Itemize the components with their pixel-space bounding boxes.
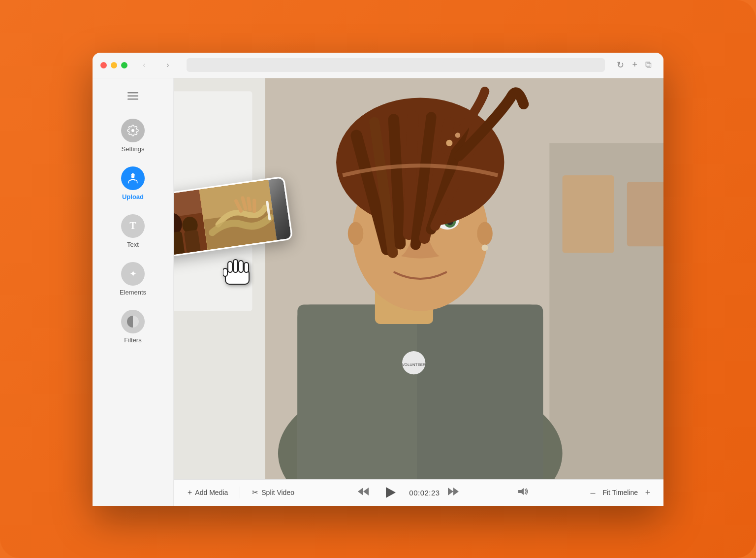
svg-rect-54 — [228, 262, 232, 272]
controls-divider — [240, 487, 240, 498]
filters-half-circle-icon — [127, 316, 139, 328]
svg-rect-10 — [563, 175, 614, 253]
split-video-label: Split Video — [261, 489, 294, 496]
svg-rect-55 — [233, 260, 238, 272]
svg-rect-2 — [127, 98, 138, 100]
zoom-in-button[interactable]: + — [642, 487, 654, 498]
app-window: ‹ › ↻ + ⧉ — [93, 53, 663, 506]
sidebar-item-filters[interactable]: Filters — [108, 305, 158, 349]
svg-rect-16 — [417, 304, 543, 479]
svg-point-42 — [455, 132, 461, 138]
video-area: VOLUNTEER — [174, 78, 663, 506]
main-content: Settings Upload — [93, 78, 663, 506]
settings-icon-circle — [121, 119, 145, 142]
sidebar-item-upload[interactable]: Upload — [108, 162, 158, 205]
forward-button[interactable]: › — [161, 58, 175, 72]
filters-label: Filters — [124, 336, 141, 344]
sidebar-item-elements[interactable]: ✦ Elements — [108, 257, 158, 301]
svg-marker-63 — [518, 488, 524, 495]
traffic-lights — [100, 62, 127, 68]
elements-icon: ✦ — [129, 268, 137, 279]
minus-icon: – — [590, 488, 595, 498]
split-video-button[interactable]: ✂ Split Video — [248, 486, 298, 499]
svg-point-22 — [477, 222, 493, 245]
svg-point-21 — [348, 222, 364, 245]
volume-icon[interactable] — [518, 487, 529, 498]
toolbar-icons: ↻ + ⧉ — [617, 60, 652, 70]
elements-icon-circle: ✦ — [121, 262, 145, 286]
address-bar[interactable] — [187, 58, 605, 72]
svg-marker-60 — [358, 488, 363, 495]
minimize-button[interactable] — [111, 62, 117, 68]
settings-label: Settings — [122, 145, 145, 153]
svg-rect-58 — [223, 268, 227, 276]
svg-point-23 — [482, 244, 488, 251]
hamburger-menu-icon[interactable] — [123, 86, 143, 106]
svg-rect-56 — [239, 261, 243, 272]
add-tab-icon[interactable]: + — [632, 60, 637, 70]
plus-icon: + — [188, 488, 192, 497]
svg-marker-62 — [453, 488, 459, 495]
app-background: ‹ › ↻ + ⧉ — [0, 0, 756, 558]
play-button[interactable] — [380, 483, 399, 502]
duplicate-icon[interactable]: ⧉ — [645, 60, 652, 70]
add-media-button[interactable]: + Add Media — [184, 486, 232, 499]
svg-point-3 — [131, 129, 134, 132]
video-controls: + Add Media ✂ Split Video — [174, 479, 663, 506]
title-bar: ‹ › ↻ + ⧉ — [93, 53, 663, 78]
scissors-icon: ✂ — [252, 488, 258, 497]
sidebar-item-text[interactable]: T Text — [108, 209, 158, 253]
filters-icon-circle — [121, 310, 145, 333]
refresh-icon[interactable]: ↻ — [617, 60, 624, 70]
fit-timeline-control: – Fit Timeline + — [587, 487, 654, 498]
fast-forward-icon — [448, 489, 459, 497]
plus-icon: + — [645, 488, 651, 498]
rewind-button[interactable] — [356, 486, 371, 499]
timestamp-display: 00:02:23 — [409, 489, 440, 497]
svg-rect-57 — [244, 263, 249, 272]
clip-segment-2 — [199, 179, 277, 250]
svg-rect-0 — [127, 92, 138, 94]
rewind-icon — [358, 489, 369, 497]
svg-rect-11 — [627, 182, 663, 246]
upload-label: Upload — [122, 193, 144, 200]
text-t-icon: T — [129, 220, 136, 231]
elements-label: Elements — [120, 289, 146, 296]
svg-point-41 — [446, 139, 452, 146]
back-button[interactable]: ‹ — [137, 58, 151, 72]
svg-rect-15 — [297, 304, 417, 479]
svg-text:VOLUNTEER: VOLUNTEER — [402, 362, 426, 367]
svg-marker-59 — [363, 488, 369, 495]
video-canvas[interactable]: VOLUNTEER — [174, 78, 663, 479]
text-icon-circle: T — [121, 214, 145, 238]
fit-timeline-label: Fit Timeline — [602, 489, 638, 496]
play-icon — [386, 487, 396, 498]
maximize-button[interactable] — [121, 62, 127, 68]
svg-rect-1 — [127, 95, 138, 97]
svg-marker-61 — [448, 488, 453, 495]
close-button[interactable] — [100, 62, 107, 68]
sidebar-item-settings[interactable]: Settings — [108, 114, 158, 158]
upload-icon-circle — [121, 166, 145, 190]
fast-forward-button[interactable] — [446, 486, 461, 499]
drag-hand-cursor — [223, 256, 252, 292]
zoom-out-button[interactable]: – — [587, 487, 598, 498]
add-media-label: Add Media — [195, 489, 228, 496]
text-label: Text — [127, 241, 139, 248]
sidebar: Settings Upload — [93, 78, 174, 506]
